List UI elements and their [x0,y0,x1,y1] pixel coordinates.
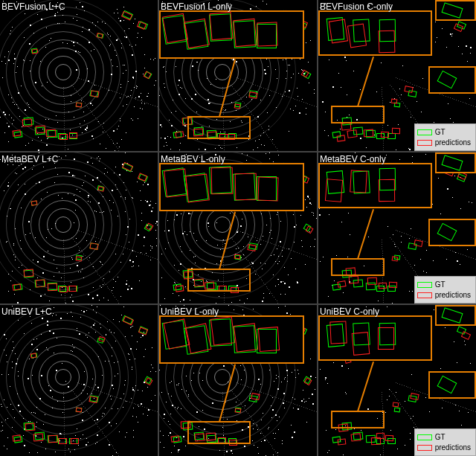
cell-label: UniBEV L-only [161,306,219,317]
pred-box [30,353,36,359]
pred-box [24,269,34,277]
pred-box [71,438,79,444]
pred-box [48,434,58,443]
legend-gt-swatch [417,434,432,440]
pred-box [350,434,361,442]
pred-box [381,132,389,138]
pred-box [96,33,103,39]
pred-box [69,132,77,138]
pred-box [68,286,77,292]
pred-box [385,435,393,441]
pred-box [47,283,57,292]
legend-pred-label: predictions [435,290,471,300]
pred-box [347,129,357,138]
zoom-inset [159,163,304,211]
pred-box [392,402,399,407]
pred-box [89,396,97,403]
cell-label: BEVFusion L+C [1,1,65,12]
cell-unibev-lonly: UniBEV L-only [159,305,317,456]
pred-box [251,393,260,400]
legend-pred-swatch [417,140,432,146]
cell-metabev-conly: MetaBEV C-only GT predictions [318,152,476,304]
pred-box [90,90,99,97]
cell-label: UniBEV L+C [1,306,52,317]
cell-label: MetaBEV C-only [320,154,386,164]
pred-box [379,282,387,289]
cell-label: MetaBEV L+C [1,154,58,164]
pred-box [75,256,82,261]
legend-gt-label: GT [435,432,446,442]
legend: GT predictions [414,123,476,151]
pred-box [392,128,400,134]
pred-box [46,129,56,137]
legend-pred-swatch [417,445,432,451]
cell-label: BEVFusion C-only [320,1,393,12]
legend-gt-swatch [417,129,432,135]
gt-box [393,407,400,412]
pred-box [234,254,241,259]
pred-box [391,98,398,103]
pred-box [414,240,422,247]
pred-box [36,279,46,287]
cell-bevfusion-conly: BEVFusion C-only GT predictions [318,0,476,151]
pred-box [175,131,184,138]
pred-box [60,134,68,140]
pred-box [391,256,398,261]
pred-box [170,435,179,443]
pred-box [234,104,241,109]
cell-metabev-lonly: MetaBEV L-only [159,152,317,304]
cell-bevfusion-lc: BEVFusion L+C [0,0,158,151]
pred-box [33,433,42,441]
pred-box [364,129,373,137]
legend: GT predictions [414,428,476,456]
cell-metabev-lc: MetaBEV L+C [0,152,158,304]
pred-box [248,91,257,99]
zoom-inset [159,315,304,364]
legend-pred-label: predictions [435,443,471,452]
pred-box [338,439,346,446]
cell-label: UniBEV C-only [320,306,379,317]
cell-label: MetaBEV L-only [161,154,225,164]
pred-box [389,281,397,287]
pred-box [22,118,33,126]
cell-bevfusion-lonly: BEVFusion L-only [159,0,317,151]
pred-box [349,275,358,283]
legend-gt-label: GT [435,280,446,289]
pred-box [76,407,83,412]
legend-gt-label: GT [435,127,446,137]
pred-box [35,125,45,133]
figure-grid: BEVFusion L+C BEVFusion L-only BEVFusion… [0,0,476,456]
legend-pred-label: predictions [435,138,471,147]
pred-box [59,286,67,292]
cell-label: BEVFusion L-only [161,1,232,12]
cell-unibev-conly: UniBEV C-only GT predictions [318,305,476,456]
pred-box [25,423,35,431]
legend-pred-swatch [417,292,432,298]
pred-box [59,438,67,444]
pred-box [376,433,385,440]
cell-unibev-lc: UniBEV L+C [0,305,158,456]
pred-box [13,434,22,441]
legend-gt-swatch [417,282,432,288]
legend: GT predictions [414,276,476,304]
zoom-inset [159,10,304,59]
pred-box [367,277,377,285]
pred-box [75,103,82,108]
